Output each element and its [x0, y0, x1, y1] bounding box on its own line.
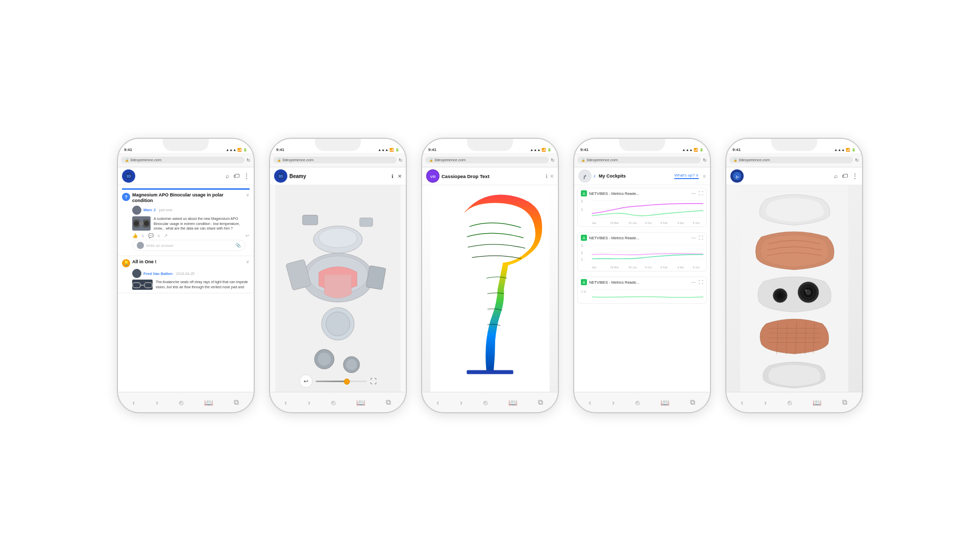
- author-name-1[interactable]: Marc J: [143, 208, 156, 212]
- chart-1-minus[interactable]: —: [691, 191, 696, 196]
- browser-url-4[interactable]: 🔒 3dexperience.com: [577, 157, 701, 163]
- chart-2-icon: A: [581, 235, 587, 241]
- share-nav-4[interactable]: ⎋: [635, 398, 640, 407]
- fwd-nav-4[interactable]: ›: [612, 398, 615, 407]
- slider-track-2[interactable]: [316, 378, 367, 384]
- tabs-nav-1[interactable]: ⧉: [234, 398, 239, 407]
- close-icon-3[interactable]: ✕: [550, 173, 554, 179]
- chart-3-minus[interactable]: —: [691, 280, 696, 285]
- reply-row-1[interactable]: Write an answer 📎: [132, 240, 246, 251]
- share-nav-3[interactable]: ⎋: [483, 398, 487, 407]
- reply-input-1[interactable]: Write an answer: [146, 243, 233, 248]
- post-text-2: The Avalanche seals off stray rays of li…: [156, 280, 250, 290]
- like-icon-1[interactable]: 👍: [132, 233, 138, 238]
- bookmarks-nav-1[interactable]: 📖: [204, 398, 213, 407]
- chart-2-expand[interactable]: ⛶: [699, 235, 703, 240]
- lock-icon-1: 🔒: [125, 158, 129, 162]
- list-icon-4[interactable]: ≡: [703, 173, 706, 179]
- close-icon-2[interactable]: ✕: [398, 173, 402, 179]
- svg-text:1: 1: [581, 208, 583, 211]
- chart-2-area: 3 2 1 Jan 2018 23 Mar 20 Jun 8 Oct 9 Feb: [581, 242, 703, 269]
- cockpit-tab-4[interactable]: What's up? ∨: [674, 173, 699, 179]
- refresh-icon-3[interactable]: ↻: [551, 158, 555, 163]
- svg-rect-31: [431, 374, 550, 392]
- chart-2-minus[interactable]: —: [691, 235, 696, 240]
- browser-url-1[interactable]: 🔒 3dexperience.com: [121, 157, 244, 163]
- post-title-row-2: 💡 All in One ! ∨: [122, 259, 250, 267]
- fwd-nav-3[interactable]: ›: [460, 398, 462, 407]
- tabs-nav-5[interactable]: ⧉: [842, 398, 847, 407]
- info-icon-2[interactable]: ℹ: [391, 173, 394, 179]
- fullscreen-btn-2[interactable]: ⛶: [370, 378, 377, 385]
- screen-4: j² ‹ My Cockpits What's up? ∨ ≡ A NETVIB…: [574, 167, 710, 392]
- fwd-nav-2[interactable]: ›: [308, 398, 310, 407]
- screen-3: VR Cassiopea Drop Text ℹ ✕: [422, 167, 558, 392]
- svg-point-26: [326, 312, 350, 336]
- chart-3-svg: 7.5: [581, 287, 703, 301]
- svg-text:6 Apr: 6 Apr: [678, 221, 684, 224]
- author-name-2[interactable]: Fred Van Batten: [143, 271, 173, 276]
- tabs-nav-4[interactable]: ⧉: [690, 398, 695, 407]
- forward-icon-1[interactable]: ↩: [246, 233, 250, 238]
- model-canvas-5: [726, 185, 862, 392]
- model-svg-3: [422, 185, 558, 392]
- chart-2-svg: 3 2 1 Jan 2018 23 Mar 20 Jun 8 Oct 9 Feb: [581, 242, 703, 269]
- back-nav-5[interactable]: ‹: [741, 398, 744, 407]
- tag-icon-h5[interactable]: 🏷: [842, 172, 848, 180]
- chart-1-expand[interactable]: ⛶: [699, 191, 703, 196]
- fwd-nav-5[interactable]: ›: [764, 398, 767, 407]
- post-chevron-2[interactable]: ∨: [246, 259, 250, 264]
- time-2: 9:41: [276, 147, 284, 152]
- share-nav-2[interactable]: ⎋: [331, 398, 335, 407]
- share-nav-5[interactable]: ⎋: [788, 398, 792, 407]
- more-icon-h1[interactable]: ⋮: [243, 172, 250, 180]
- author-time-2: 2019-04-25: [176, 272, 194, 276]
- refresh-icon-4[interactable]: ↻: [703, 158, 707, 163]
- bottom-bar-2: ‹ › ⎋ 📖 ⧉: [270, 392, 406, 412]
- back-nav-3[interactable]: ‹: [437, 398, 439, 407]
- attachment-icon-1[interactable]: 📎: [235, 243, 241, 248]
- browser-url-3[interactable]: 🔒 3dexperience.com: [425, 157, 549, 163]
- chart-3-expand[interactable]: ⛶: [699, 280, 703, 285]
- refresh-icon-5[interactable]: ↻: [855, 158, 859, 163]
- more-icon-h5[interactable]: ⋮: [852, 172, 858, 180]
- share-nav-1[interactable]: ⎋: [179, 398, 183, 407]
- chart-2-actions: — ⛶: [691, 235, 703, 240]
- comment-icon-1[interactable]: 💬: [148, 233, 154, 238]
- model-title-3: Cassiopea Drop Text: [442, 173, 544, 179]
- search-icon-h1[interactable]: ⌕: [226, 172, 229, 180]
- back-nav-4[interactable]: ‹: [589, 398, 592, 407]
- browser-url-5[interactable]: 🔒 3dexperience.com: [729, 157, 853, 163]
- tabs-nav-3[interactable]: ⧉: [538, 398, 543, 407]
- undo-btn-2[interactable]: ↩: [300, 374, 313, 388]
- bookmarks-nav-2[interactable]: 📖: [356, 398, 365, 407]
- share-icon-1[interactable]: ↗: [164, 233, 168, 238]
- bookmarks-nav-4[interactable]: 📖: [660, 398, 669, 407]
- browser-url-2[interactable]: 🔒 3dexperience.com: [273, 157, 397, 163]
- chart-3: A NETVIBES - Metrics Reade... — ⛶ 7.5: [577, 277, 707, 304]
- back-nav-1[interactable]: ‹: [133, 398, 135, 407]
- bookmarks-nav-5[interactable]: 📖: [813, 398, 821, 407]
- lightbulb-icon-2: 💡: [122, 259, 130, 267]
- url-text-1: 3dexperience.com: [130, 158, 161, 162]
- tabs-nav-2[interactable]: ⧉: [386, 398, 391, 407]
- avatar-2: 3D: [274, 169, 287, 183]
- screen-5: ▷ ⌕ 🏷 ⋮: [726, 167, 862, 392]
- refresh-icon-1[interactable]: ↻: [247, 158, 251, 163]
- post-chevron-1[interactable]: ∨: [246, 192, 250, 197]
- info-icon-3[interactable]: ℹ: [546, 173, 548, 179]
- back-icon-4[interactable]: ‹: [594, 172, 596, 180]
- refresh-icon-2[interactable]: ↻: [399, 158, 403, 163]
- time-5: 9:41: [732, 147, 741, 152]
- svg-rect-24: [360, 218, 373, 227]
- avatar-1: 3D: [122, 169, 135, 183]
- svg-rect-30: [467, 370, 513, 374]
- bookmarks-nav-3[interactable]: 📖: [508, 398, 517, 407]
- svg-text:8 Oct: 8 Oct: [645, 221, 652, 224]
- search-icon-h5[interactable]: ⌕: [834, 172, 838, 180]
- fwd-nav-1[interactable]: ›: [156, 398, 158, 407]
- phones-container: 9:41 ▲▲▲ 📶 🔋 🔒 3dexperience.com ↻ 3D ⌕ 🏷…: [96, 117, 884, 434]
- browser-bar-3: 🔒 3dexperience.com ↻: [422, 153, 558, 167]
- tag-icon-h1[interactable]: 🏷: [233, 172, 239, 180]
- back-nav-2[interactable]: ‹: [285, 398, 287, 407]
